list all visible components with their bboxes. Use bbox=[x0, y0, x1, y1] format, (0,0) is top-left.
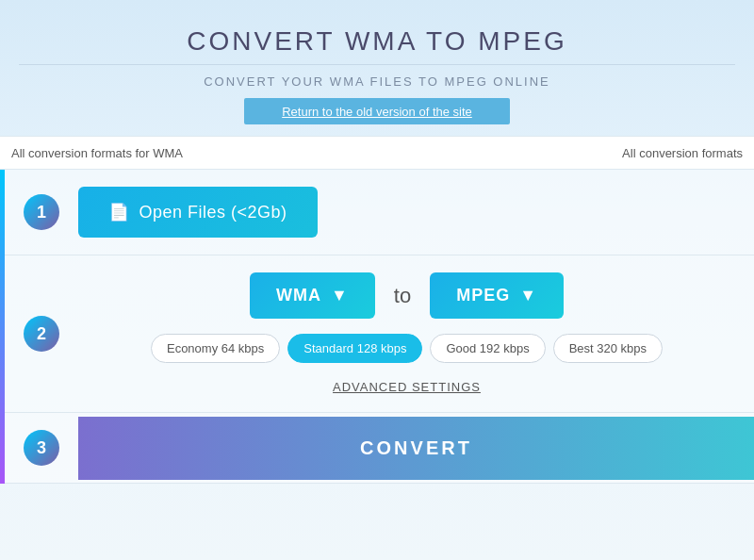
return-link-bar[interactable]: Return to the old version of the site bbox=[244, 98, 510, 124]
nav-bar: All conversion formats for WMA All conve… bbox=[0, 136, 754, 170]
header-divider bbox=[19, 64, 735, 65]
step1-content: 📄 Open Files (<2Gb) bbox=[78, 187, 735, 238]
step3-row: 3 CONVERT bbox=[5, 413, 754, 484]
advanced-settings-row: ADVANCED SETTINGS bbox=[78, 378, 735, 395]
file-icon: 📄 bbox=[108, 202, 130, 222]
quality-economy[interactable]: Economy 64 kbps bbox=[151, 334, 280, 363]
to-format-label: MPEG bbox=[456, 286, 510, 305]
format-row: WMA ▼ to MPEG ▼ bbox=[250, 272, 564, 319]
quality-good[interactable]: Good 192 kbps bbox=[430, 334, 545, 363]
step2-badge: 2 bbox=[24, 316, 59, 352]
step3-badge: 3 bbox=[24, 430, 59, 466]
steps-wrapper: 1 📄 Open Files (<2Gb) 2 WMA ▼ bbox=[0, 170, 754, 484]
to-format-button[interactable]: MPEG ▼ bbox=[430, 272, 564, 319]
step1-row: 1 📄 Open Files (<2Gb) bbox=[5, 170, 754, 255]
open-files-label: Open Files (<2Gb) bbox=[139, 203, 287, 222]
to-format-chevron: ▼ bbox=[519, 286, 537, 305]
step1-badge: 1 bbox=[24, 194, 59, 230]
quality-row: Economy 64 kbps Standard 128 kbps Good 1… bbox=[151, 334, 663, 363]
from-format-button[interactable]: WMA ▼ bbox=[250, 272, 375, 319]
nav-right-label[interactable]: All conversion formats bbox=[622, 146, 743, 160]
from-format-chevron: ▼ bbox=[331, 286, 349, 305]
step2-content: WMA ▼ to MPEG ▼ Economy 64 kbps Standard… bbox=[78, 272, 735, 395]
from-format-label: WMA bbox=[276, 286, 321, 305]
step2-inner: 2 WMA ▼ to MPEG ▼ Economy bbox=[24, 272, 735, 395]
steps-inner: 1 📄 Open Files (<2Gb) 2 WMA ▼ bbox=[5, 170, 754, 484]
page-title: CONVERT WMA TO MPEG bbox=[19, 26, 735, 57]
convert-button[interactable]: CONVERT bbox=[78, 417, 754, 480]
step2-row: 2 WMA ▼ to MPEG ▼ Economy bbox=[5, 255, 754, 413]
header: CONVERT WMA TO MPEG CONVERT YOUR WMA FIL… bbox=[0, 0, 754, 136]
nav-left-label[interactable]: All conversion formats for WMA bbox=[11, 146, 622, 160]
quality-standard[interactable]: Standard 128 kbps bbox=[287, 334, 422, 363]
header-subtitle: CONVERT YOUR WMA FILES TO MPEG ONLINE bbox=[19, 74, 735, 89]
return-link[interactable]: Return to the old version of the site bbox=[282, 105, 472, 119]
to-text: to bbox=[394, 284, 411, 308]
advanced-settings-link[interactable]: ADVANCED SETTINGS bbox=[333, 380, 481, 394]
quality-best[interactable]: Best 320 kbps bbox=[553, 334, 663, 363]
open-files-button[interactable]: 📄 Open Files (<2Gb) bbox=[78, 187, 318, 238]
